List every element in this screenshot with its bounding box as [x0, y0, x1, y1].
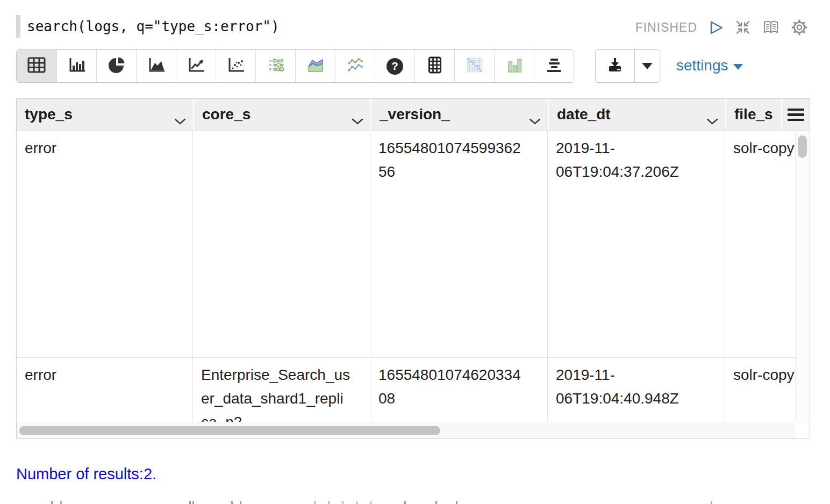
compress-icon[interactable] [735, 20, 750, 35]
caret-down-icon [733, 64, 743, 70]
pie-chart-icon [108, 56, 125, 76]
column-label: file_s [734, 106, 773, 123]
column-header-type_s[interactable]: type_s [17, 99, 193, 131]
column-header-date_dt[interactable]: date_dt [548, 99, 725, 131]
hamburger-menu-icon [788, 109, 804, 121]
cell-version: 1655480107462033408 [370, 358, 548, 422]
pivot-table-icon [426, 56, 444, 76]
results-table: type_s core_s _version_ date_dt [16, 98, 810, 439]
horizontal-scrollbar[interactable] [17, 422, 810, 438]
multi-line-chart-button[interactable] [335, 50, 375, 82]
chevron-down-icon[interactable] [706, 112, 718, 129]
multi-line-chart-icon [346, 57, 364, 75]
bar-chart-icon [68, 57, 86, 75]
column-header-version[interactable]: _version_ [370, 99, 548, 131]
cell-core_s [193, 131, 370, 357]
pie-chart-button[interactable] [96, 50, 136, 82]
horizontal-bars-button[interactable] [534, 50, 574, 82]
column-chart-icon [505, 56, 524, 76]
grid-menu-button[interactable] [781, 99, 810, 131]
gear-icon[interactable] [791, 19, 807, 35]
vertical-scrollbar[interactable] [795, 131, 810, 422]
column-chart-button[interactable] [494, 50, 534, 82]
clipped-next-line [0, 501, 2, 504]
paragraph-controls: FINISHED [635, 19, 807, 35]
bubble-matrix-icon [267, 56, 285, 76]
horizontal-scrollbar-thumb[interactable] [19, 426, 440, 435]
cell-version: 1655480107459936256 [370, 131, 548, 357]
download-dropdown-button[interactable] [634, 50, 660, 82]
query-text[interactable]: search(logs, q="type_s:error") [27, 18, 280, 34]
heatmap-icon [466, 57, 483, 75]
help-icon [387, 58, 403, 75]
code-editor[interactable]: search(logs, q="type_s:error") [16, 15, 280, 38]
table-header-row: type_s core_s _version_ date_dt [17, 99, 810, 131]
scatter-chart-button[interactable] [216, 50, 255, 82]
download-split-button [595, 49, 660, 83]
help-button[interactable] [375, 50, 414, 82]
line-chart-button[interactable] [176, 50, 216, 82]
scatter-chart-icon [227, 57, 245, 75]
cell-file_s: solr-copy [725, 131, 795, 357]
download-button[interactable] [596, 50, 634, 82]
book-icon[interactable] [762, 20, 779, 35]
chevron-down-icon[interactable] [352, 112, 363, 129]
cell-type_s: error [17, 358, 193, 422]
download-icon [606, 57, 624, 75]
visualization-toolbar: settings [16, 49, 743, 83]
notebook-paragraph: search(logs, q="type_s:error") FINISHED [0, 0, 830, 504]
stacked-area-chart-button[interactable] [295, 50, 335, 82]
editor-gutter-bar [16, 15, 20, 38]
vertical-scrollbar-thumb[interactable] [798, 135, 807, 158]
table-row: error Enterprise_Search_user_data_shard1… [17, 358, 810, 422]
area-chart-button[interactable] [136, 50, 176, 82]
settings-label: settings [676, 57, 728, 74]
chevron-down-icon[interactable] [174, 112, 186, 129]
results-count-text: Number of results:2. [16, 465, 156, 483]
settings-link[interactable]: settings [676, 57, 743, 74]
horizontal-bars-icon [545, 57, 563, 75]
column-label: type_s [25, 106, 73, 123]
table-body: error 1655480107459936256 2019-11-06T19:… [17, 131, 810, 422]
line-chart-icon [187, 57, 205, 75]
cell-type_s: error [17, 131, 193, 357]
play-icon[interactable] [709, 20, 724, 35]
bar-chart-button[interactable] [56, 50, 96, 82]
area-chart-icon [147, 57, 166, 75]
chart-type-group [16, 49, 574, 83]
table-icon [27, 57, 46, 75]
scrollbar-corner [795, 422, 810, 438]
column-label: date_dt [557, 106, 611, 123]
column-label: _version_ [380, 106, 450, 123]
table-view-button[interactable] [17, 50, 56, 82]
pivot-table-button[interactable] [414, 50, 454, 82]
column-header-core_s[interactable]: core_s [193, 99, 370, 131]
chevron-down-icon[interactable] [529, 112, 541, 129]
status-label: FINISHED [635, 20, 697, 35]
stacked-area-chart-icon [306, 57, 325, 75]
caret-down-icon [642, 63, 653, 69]
cell-date_dt: 2019-11-06T19:04:40.948Z [548, 358, 725, 422]
cell-core_s: Enterprise_Search_user_data_shard1_repli… [193, 358, 370, 422]
heatmap-button[interactable] [454, 50, 494, 82]
bubble-matrix-button[interactable] [255, 50, 295, 82]
column-label: core_s [202, 106, 251, 123]
table-row: error 1655480107459936256 2019-11-06T19:… [17, 131, 810, 358]
cell-file_s: solr-copy [725, 358, 795, 422]
cell-date_dt: 2019-11-06T19:04:37.206Z [548, 131, 725, 357]
column-header-file_s[interactable]: file_s [725, 99, 781, 131]
